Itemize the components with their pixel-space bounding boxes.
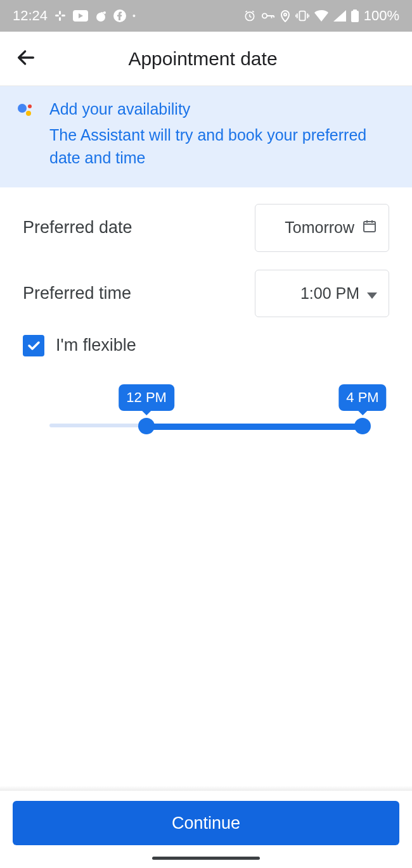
wifi-icon [314,10,328,22]
dropdown-icon [367,284,377,303]
svg-point-15 [28,104,32,108]
status-bar: 12:24 • [0,0,412,32]
svg-rect-11 [299,11,305,21]
svg-rect-2 [59,11,61,15]
slack-icon [54,9,67,22]
banner-subtitle: The Assistant will try and book your pre… [49,123,396,170]
reddit-icon [94,9,107,22]
key-icon [261,9,275,22]
footer: Continue [0,786,412,868]
svg-point-10 [284,13,286,16]
slider-end-bubble: 4 PM [338,384,386,411]
facebook-icon [113,9,126,22]
vibrate-icon [295,9,309,22]
location-icon [280,9,290,22]
page-title: Appointment date [37,48,397,70]
preferred-date-label: Preferred date [23,218,132,237]
preferred-time-value: 1:00 PM [300,284,359,303]
preferred-date-value: Tomorrow [285,218,354,237]
flexible-label: I'm flexible [56,336,136,355]
cell-signal-icon [333,10,346,22]
slider-start-thumb[interactable] [138,418,155,434]
dot-icon: • [132,11,136,21]
assistant-banner: Add your availability The Assistant will… [0,86,412,187]
svg-rect-13 [353,9,357,11]
svg-rect-12 [351,11,359,22]
flexible-checkbox[interactable] [23,335,44,356]
status-time: 12:24 [13,8,48,24]
banner-title: Add your availability [49,100,396,118]
youtube-icon [73,10,88,22]
slider-end-thumb[interactable] [354,418,371,434]
preferred-date-picker[interactable]: Tomorrow [255,204,389,252]
svg-point-16 [26,111,31,116]
continue-button[interactable]: Continue [13,801,399,845]
gesture-nav-bar[interactable] [0,857,412,868]
preferred-time-picker[interactable]: 1:00 PM [255,270,389,317]
slider-active-track [146,424,363,430]
alarm-icon [243,9,256,22]
assistant-icon [16,100,35,170]
back-arrow-icon[interactable] [15,47,37,71]
footer-shadow [0,786,412,791]
time-range-slider[interactable]: 12 PM 4 PM [23,384,389,441]
svg-rect-17 [364,222,375,232]
battery-text: 100% [364,8,399,24]
svg-rect-0 [55,15,59,16]
flexible-row[interactable]: I'm flexible [23,335,389,356]
svg-rect-1 [61,15,65,16]
app-bar: Appointment date [0,32,412,86]
preferred-time-label: Preferred time [23,284,131,303]
svg-point-9 [262,13,267,18]
battery-icon [351,9,359,22]
slider-start-bubble: 12 PM [119,384,174,411]
availability-form: Preferred date Tomorrow Preferred time 1… [0,187,412,441]
svg-point-14 [18,104,27,113]
svg-rect-3 [59,17,61,21]
calendar-icon [362,218,377,237]
svg-point-5 [96,13,105,22]
